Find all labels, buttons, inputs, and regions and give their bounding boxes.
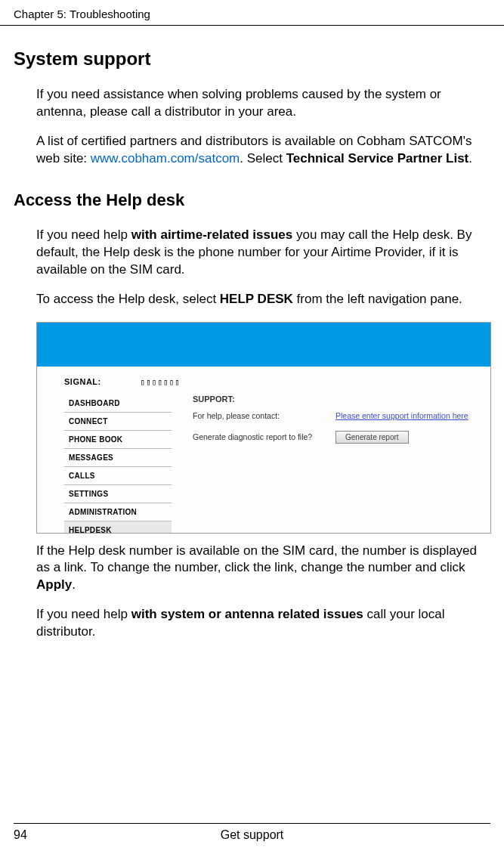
bold-technical-service-partner: Technical Service Partner List (286, 151, 469, 166)
heading-access-help-desk: Access the Help desk (14, 190, 490, 210)
screenshot-helpdesk-ui: SIGNAL: ▯▯▯▯▯▯▯ DASHBOARD CONNECT PHONE … (36, 322, 491, 534)
paragraph-assistance: If you need assistance when solving prob… (36, 86, 490, 121)
paragraph-sim-link: If the Help desk number is available on … (36, 543, 490, 595)
nav-item-messages[interactable]: MESSAGES (64, 449, 172, 467)
chapter-label: Chapter 5: Troubleshooting (14, 8, 150, 20)
page-number: 94 (14, 828, 27, 842)
signal-label: SIGNAL: (64, 377, 101, 386)
text-fragment: . (72, 577, 76, 592)
paragraph-access-helpdesk: To access the Help desk, select HELP DES… (36, 291, 490, 308)
nav-item-administration[interactable]: ADMINISTRATION (64, 503, 172, 521)
nav-item-connect[interactable]: CONNECT (64, 413, 172, 431)
text-fragment: If you need help (36, 227, 131, 242)
support-heading: SUPPORT: (193, 395, 478, 404)
heading-system-support: System support (14, 48, 490, 70)
link-cobham-satcom[interactable]: www.cobham.com/satcom (91, 151, 240, 166)
bold-system-antenna: with system or antenna related issues (131, 607, 363, 621)
text-fragment: from the left navigation pane. (293, 292, 462, 306)
generate-report-label: Generate diagnostic report to file? (193, 432, 325, 441)
left-nav: DASHBOARD CONNECT PHONE BOOK MESSAGES CA… (64, 395, 172, 526)
ui-top-banner (37, 323, 490, 367)
ui-body: DASHBOARD CONNECT PHONE BOOK MESSAGES CA… (37, 387, 490, 526)
bold-airtime-related: with airtime-related issues (131, 227, 293, 242)
nav-item-calls[interactable]: CALLS (64, 467, 172, 485)
text-fragment: If the Help desk number is available on … (36, 543, 477, 575)
nav-item-settings[interactable]: SETTINGS (64, 485, 172, 503)
text-fragment: If you need help (36, 607, 131, 621)
nav-item-dashboard[interactable]: DASHBOARD (64, 395, 172, 413)
nav-item-helpdesk[interactable]: HELPDESK (64, 521, 172, 534)
bold-help-desk: HELP DESK (220, 292, 293, 306)
page-header: Chapter 5: Troubleshooting (0, 0, 504, 26)
bold-apply: Apply (36, 577, 72, 592)
generate-report-row: Generate diagnostic report to file? Gene… (193, 431, 478, 444)
paragraph-system-antenna: If you need help with system or antenna … (36, 606, 490, 641)
page-content: System support If you need assistance wh… (0, 26, 504, 641)
signal-bar-row: SIGNAL: ▯▯▯▯▯▯▯ (37, 367, 490, 387)
support-info-link[interactable]: Please enter support information here (335, 411, 468, 420)
page-footer: 94 Get support (14, 823, 490, 842)
text-fragment: To access the Help desk, select (36, 292, 220, 306)
support-contact-row: For help, please contact: Please enter s… (193, 411, 478, 420)
paragraph-partners: A list of certified partners and distrib… (36, 133, 490, 168)
paragraph-airtime-issues: If you need help with airtime-related is… (36, 227, 490, 279)
text-fragment: . Select (240, 151, 286, 166)
signal-bars-icon: ▯▯▯▯▯▯▯ (140, 377, 180, 387)
generate-report-button[interactable]: Generate report (335, 431, 409, 444)
text-fragment: . (468, 151, 472, 166)
footer-title: Get support (221, 828, 284, 842)
main-panel: SUPPORT: For help, please contact: Pleas… (172, 387, 490, 526)
contact-label: For help, please contact: (193, 411, 325, 420)
nav-item-phone-book[interactable]: PHONE BOOK (64, 431, 172, 449)
